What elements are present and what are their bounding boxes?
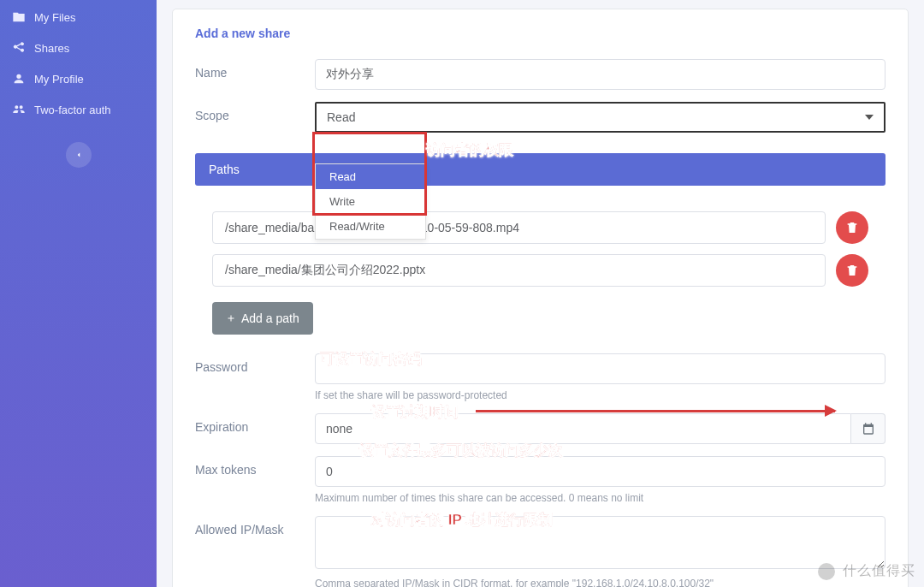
scope-option-readwrite[interactable]: Read/Write — [316, 214, 425, 239]
password-input[interactable] — [315, 353, 886, 384]
scope-value: Read — [327, 110, 355, 124]
expiration-input[interactable] — [315, 413, 851, 444]
expiration-label: Expiration — [195, 413, 315, 444]
paths-section-header: Paths — [195, 153, 886, 186]
folder-icon — [12, 10, 26, 24]
calendar-button[interactable] — [851, 413, 886, 444]
watermark-icon — [818, 563, 835, 580]
scope-dropdown: Read Write Read/Write — [315, 163, 426, 240]
path-input-1[interactable] — [212, 254, 826, 287]
sidebar-item-label: My Profile — [34, 73, 84, 86]
sidebar-item-label: My Files — [34, 11, 75, 24]
plus-icon — [226, 313, 236, 323]
scope-label: Scope — [195, 102, 315, 133]
scope-select[interactable]: Read — [315, 102, 886, 133]
watermark-text: 什么值得买 — [843, 563, 915, 578]
caret-down-icon — [865, 115, 874, 120]
max-tokens-input[interactable] — [315, 456, 886, 487]
sidebar-item-my-profile[interactable]: My Profile — [0, 63, 157, 94]
annotation-arrow — [476, 410, 835, 412]
watermark: 什么值得买 — [818, 562, 915, 580]
name-input[interactable] — [315, 59, 886, 90]
add-share-card: Add a new share Name Scope Read Read — [172, 9, 909, 587]
share-icon — [12, 41, 26, 55]
name-label: Name — [195, 59, 315, 90]
allowed-ip-textarea[interactable] — [315, 516, 886, 569]
scope-option-read[interactable]: Read — [316, 164, 425, 189]
calendar-icon — [862, 422, 875, 436]
max-tokens-label: Max tokens — [195, 456, 315, 504]
password-hint: If set the share will be password-protec… — [315, 389, 886, 401]
card-title: Add a new share — [195, 27, 886, 40]
path-input-0[interactable] — [212, 211, 826, 244]
sidebar: My Files Shares My Profile Two-factor au… — [0, 0, 157, 587]
password-label: Password — [195, 353, 315, 401]
allowed-ip-hint: Comma separated IP/Mask in CIDR format, … — [315, 578, 886, 587]
sidebar-item-label: Shares — [34, 42, 69, 55]
delete-path-button[interactable] — [836, 254, 868, 287]
trash-icon — [845, 221, 859, 234]
sidebar-item-label: Two-factor auth — [34, 104, 111, 116]
paths-label: Paths — [195, 153, 886, 186]
add-path-button[interactable]: Add a path — [212, 302, 313, 335]
scope-option-write[interactable]: Write — [316, 189, 425, 214]
users-icon — [12, 103, 26, 116]
trash-icon — [845, 264, 859, 277]
sidebar-item-two-factor[interactable]: Two-factor auth — [0, 94, 157, 125]
main-content: Add a new share Name Scope Read Read — [157, 0, 924, 587]
user-icon — [12, 72, 26, 86]
add-path-label: Add a path — [241, 311, 299, 325]
sidebar-item-shares[interactable]: Shares — [0, 33, 157, 63]
max-tokens-hint: Maximum number of times this share can b… — [315, 492, 886, 504]
delete-path-button[interactable] — [836, 211, 868, 244]
chevron-left-icon — [74, 151, 83, 159]
allowed-ip-label: Allowed IP/Mask — [195, 516, 315, 587]
sidebar-item-my-files[interactable]: My Files — [0, 2, 157, 33]
sidebar-collapse-button[interactable] — [66, 142, 92, 168]
